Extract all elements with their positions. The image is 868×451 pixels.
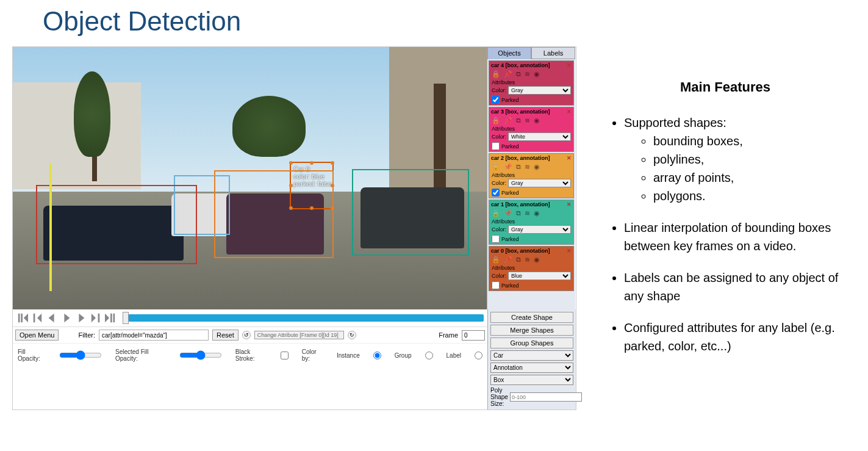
color-by-group-radio[interactable] bbox=[425, 352, 433, 359]
copy-icon[interactable]: ⧉ bbox=[516, 70, 521, 78]
lock-icon[interactable]: 🔒 bbox=[492, 256, 500, 264]
layers-icon[interactable]: ≋ bbox=[525, 163, 530, 171]
pin-icon[interactable]: 📌 bbox=[504, 70, 512, 78]
bounding-box[interactable] bbox=[49, 163, 52, 291]
object-card-title: car 2 [box, annotation] bbox=[491, 155, 550, 161]
objects-side-panel: Objects Labels car 4 [box, annotation]✕🔒… bbox=[487, 47, 575, 309]
copy-icon[interactable]: ⧉ bbox=[516, 256, 521, 264]
pin-icon[interactable]: 📌 bbox=[504, 163, 512, 171]
close-icon[interactable]: ✕ bbox=[567, 201, 572, 207]
bounding-box[interactable] bbox=[214, 170, 334, 258]
color-by-label-label: Label bbox=[447, 352, 461, 359]
color-select[interactable]: Gray bbox=[508, 179, 571, 187]
close-icon[interactable]: ✕ bbox=[567, 248, 572, 254]
color-select[interactable]: White bbox=[508, 132, 571, 141]
parked-checkbox[interactable] bbox=[492, 235, 500, 243]
bounding-box[interactable] bbox=[36, 185, 197, 264]
lock-icon[interactable]: 🔒 bbox=[492, 163, 500, 171]
video-canvas[interactable]: Car 0 color: blue parked: false bbox=[13, 47, 487, 309]
keyframe-icon[interactable]: ◉ bbox=[534, 70, 540, 78]
prev-keyframe-button[interactable] bbox=[31, 312, 43, 324]
color-by-label-radio[interactable] bbox=[475, 352, 482, 359]
tab-labels[interactable]: Labels bbox=[531, 47, 575, 59]
parked-checkbox[interactable] bbox=[492, 189, 500, 197]
resize-handle[interactable] bbox=[289, 161, 293, 165]
resize-handle[interactable] bbox=[331, 161, 334, 165]
copy-icon[interactable]: ⧉ bbox=[516, 163, 521, 171]
frame-slider-thumb[interactable] bbox=[123, 312, 129, 324]
object-card[interactable]: car 0 [box, annotation]✕🔒📌⧉≋◉AttributesC… bbox=[489, 246, 574, 291]
color-by-group-label: Group bbox=[395, 352, 412, 359]
black-stroke-label: Black Stroke: bbox=[235, 348, 267, 362]
poly-shape-row: Poly Shape Size: bbox=[490, 387, 573, 407]
parked-checkbox[interactable] bbox=[492, 281, 500, 289]
undo-icon[interactable]: ↺ bbox=[242, 331, 251, 339]
color-select[interactable]: Gray bbox=[508, 225, 571, 234]
features-heading: Main Features bbox=[607, 79, 844, 95]
keyframe-icon[interactable]: ◉ bbox=[534, 209, 540, 217]
copy-icon[interactable]: ⧉ bbox=[516, 209, 521, 217]
keyframe-icon[interactable]: ◉ bbox=[534, 163, 540, 171]
black-stroke-checkbox[interactable] bbox=[281, 352, 289, 359]
frame-slider[interactable] bbox=[123, 314, 484, 322]
pin-icon[interactable]: 📌 bbox=[504, 117, 512, 124]
parked-checkbox[interactable] bbox=[492, 142, 500, 150]
next-frame-button[interactable] bbox=[75, 312, 87, 324]
close-icon[interactable]: ✕ bbox=[567, 155, 572, 161]
object-card[interactable]: car 2 [box, annotation]✕🔒📌⧉≋◉AttributesC… bbox=[489, 153, 574, 198]
color-select[interactable]: Blue bbox=[508, 272, 571, 280]
layers-icon[interactable]: ≋ bbox=[525, 209, 530, 217]
play-button[interactable] bbox=[60, 312, 73, 324]
layers-icon[interactable]: ≋ bbox=[525, 117, 530, 124]
object-card[interactable]: car 3 [box, annotation]✕🔒📌⧉≋◉AttributesC… bbox=[489, 107, 574, 152]
lock-icon[interactable]: 🔒 bbox=[492, 209, 500, 217]
merge-shapes-button[interactable]: Merge Shapes bbox=[490, 325, 573, 336]
last-frame-button[interactable] bbox=[104, 312, 117, 324]
color-by-label: Color by: bbox=[302, 348, 323, 362]
tab-objects[interactable]: Objects bbox=[487, 47, 531, 59]
attributes-label: Attributes bbox=[490, 265, 572, 271]
lock-icon[interactable]: 🔒 bbox=[492, 117, 500, 124]
open-menu-button[interactable]: Open Menu bbox=[15, 330, 59, 341]
shape-select[interactable]: Box bbox=[490, 375, 573, 385]
fill-opacity-slider[interactable] bbox=[59, 350, 102, 360]
reset-button[interactable]: Reset bbox=[212, 330, 239, 341]
feature-item: Supported shapes:bounding boxes,polyline… bbox=[624, 114, 844, 205]
color-by-instance-radio[interactable] bbox=[373, 352, 381, 359]
close-icon[interactable]: ✕ bbox=[567, 62, 572, 68]
resize-handle[interactable] bbox=[310, 161, 314, 165]
create-shape-button[interactable]: Create Shape bbox=[490, 312, 573, 323]
bottom-row: Open Menu Filter: Reset ↺ Change Attribu… bbox=[13, 309, 576, 410]
group-shapes-button[interactable]: Group Shapes bbox=[490, 337, 573, 348]
mode-select[interactable]: Annotation bbox=[490, 363, 573, 373]
layers-icon[interactable]: ≋ bbox=[525, 256, 530, 264]
prev-frame-button[interactable] bbox=[46, 312, 58, 324]
frame-input[interactable] bbox=[462, 330, 485, 341]
redo-icon[interactable]: ↻ bbox=[348, 331, 356, 339]
label-select[interactable]: Car bbox=[490, 350, 573, 361]
color-select[interactable]: Gray bbox=[508, 86, 571, 95]
next-keyframe-button[interactable] bbox=[90, 312, 102, 324]
pin-icon[interactable]: 📌 bbox=[504, 209, 512, 217]
pin-icon[interactable]: 📌 bbox=[504, 256, 512, 264]
feature-item: Labels can be assigned to any object of … bbox=[624, 269, 844, 305]
keyframe-icon[interactable]: ◉ bbox=[534, 117, 540, 124]
lock-icon[interactable]: 🔒 bbox=[492, 70, 500, 78]
keyframe-icon[interactable]: ◉ bbox=[534, 256, 540, 264]
object-card[interactable]: car 4 [box, annotation]✕🔒📌⧉≋◉AttributesC… bbox=[489, 60, 574, 106]
filter-input[interactable] bbox=[99, 330, 209, 341]
color-by-instance-label: Instance bbox=[337, 352, 360, 359]
first-frame-button[interactable] bbox=[16, 312, 29, 324]
copy-icon[interactable]: ⧉ bbox=[516, 117, 521, 124]
selected-fill-opacity-label: Selected Fill Opacity: bbox=[115, 348, 166, 362]
selected-fill-opacity-slider[interactable] bbox=[179, 350, 222, 360]
parked-label: Parked bbox=[501, 143, 519, 150]
slide-title: Object Detection bbox=[43, 6, 576, 37]
parked-checkbox[interactable] bbox=[492, 96, 500, 104]
color-label: Color: bbox=[492, 226, 506, 233]
poly-shape-input[interactable] bbox=[510, 392, 582, 402]
layers-icon[interactable]: ≋ bbox=[525, 70, 530, 78]
bounding-box[interactable] bbox=[352, 169, 469, 256]
close-icon[interactable]: ✕ bbox=[567, 109, 572, 115]
object-card[interactable]: car 1 [box, annotation]✕🔒📌⧉≋◉AttributesC… bbox=[489, 200, 574, 245]
